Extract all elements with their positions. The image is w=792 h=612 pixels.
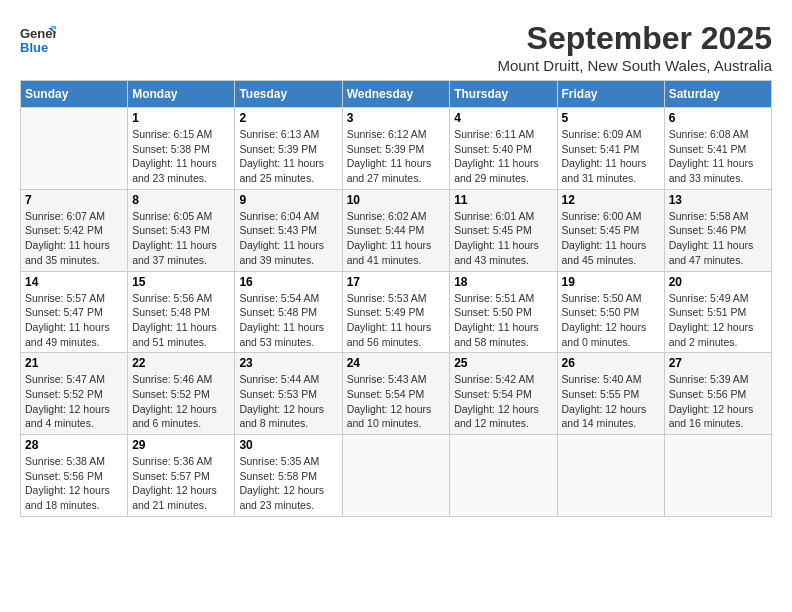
day-number: 16 xyxy=(239,275,337,289)
calendar-week-row: 21Sunrise: 5:47 AM Sunset: 5:52 PM Dayli… xyxy=(21,353,772,435)
calendar-week-row: 1Sunrise: 6:15 AM Sunset: 5:38 PM Daylig… xyxy=(21,108,772,190)
calendar-cell: 13Sunrise: 5:58 AM Sunset: 5:46 PM Dayli… xyxy=(664,189,771,271)
page-container: General Blue September 2025 Mount Druitt… xyxy=(20,20,772,517)
column-header-monday: Monday xyxy=(128,81,235,108)
calendar-cell: 21Sunrise: 5:47 AM Sunset: 5:52 PM Dayli… xyxy=(21,353,128,435)
day-number: 26 xyxy=(562,356,660,370)
calendar-cell: 2Sunrise: 6:13 AM Sunset: 5:39 PM Daylig… xyxy=(235,108,342,190)
cell-content: Sunrise: 5:51 AM Sunset: 5:50 PM Dayligh… xyxy=(454,291,552,350)
calendar-table: SundayMondayTuesdayWednesdayThursdayFrid… xyxy=(20,80,772,517)
day-number: 30 xyxy=(239,438,337,452)
calendar-cell: 14Sunrise: 5:57 AM Sunset: 5:47 PM Dayli… xyxy=(21,271,128,353)
calendar-cell: 23Sunrise: 5:44 AM Sunset: 5:53 PM Dayli… xyxy=(235,353,342,435)
logo-icon: General Blue xyxy=(20,20,56,56)
day-number: 21 xyxy=(25,356,123,370)
calendar-cell: 24Sunrise: 5:43 AM Sunset: 5:54 PM Dayli… xyxy=(342,353,450,435)
day-number: 18 xyxy=(454,275,552,289)
day-number: 23 xyxy=(239,356,337,370)
cell-content: Sunrise: 6:04 AM Sunset: 5:43 PM Dayligh… xyxy=(239,209,337,268)
cell-content: Sunrise: 5:53 AM Sunset: 5:49 PM Dayligh… xyxy=(347,291,446,350)
day-number: 27 xyxy=(669,356,767,370)
day-number: 24 xyxy=(347,356,446,370)
cell-content: Sunrise: 5:47 AM Sunset: 5:52 PM Dayligh… xyxy=(25,372,123,431)
calendar-cell: 30Sunrise: 5:35 AM Sunset: 5:58 PM Dayli… xyxy=(235,435,342,517)
column-header-tuesday: Tuesday xyxy=(235,81,342,108)
cell-content: Sunrise: 5:44 AM Sunset: 5:53 PM Dayligh… xyxy=(239,372,337,431)
day-number: 15 xyxy=(132,275,230,289)
calendar-week-row: 7Sunrise: 6:07 AM Sunset: 5:42 PM Daylig… xyxy=(21,189,772,271)
calendar-cell xyxy=(21,108,128,190)
calendar-cell xyxy=(664,435,771,517)
cell-content: Sunrise: 5:39 AM Sunset: 5:56 PM Dayligh… xyxy=(669,372,767,431)
column-header-thursday: Thursday xyxy=(450,81,557,108)
cell-content: Sunrise: 5:43 AM Sunset: 5:54 PM Dayligh… xyxy=(347,372,446,431)
calendar-cell: 25Sunrise: 5:42 AM Sunset: 5:54 PM Dayli… xyxy=(450,353,557,435)
cell-content: Sunrise: 5:36 AM Sunset: 5:57 PM Dayligh… xyxy=(132,454,230,513)
calendar-cell: 26Sunrise: 5:40 AM Sunset: 5:55 PM Dayli… xyxy=(557,353,664,435)
cell-content: Sunrise: 6:08 AM Sunset: 5:41 PM Dayligh… xyxy=(669,127,767,186)
cell-content: Sunrise: 5:58 AM Sunset: 5:46 PM Dayligh… xyxy=(669,209,767,268)
day-number: 22 xyxy=(132,356,230,370)
cell-content: Sunrise: 6:15 AM Sunset: 5:38 PM Dayligh… xyxy=(132,127,230,186)
calendar-cell: 16Sunrise: 5:54 AM Sunset: 5:48 PM Dayli… xyxy=(235,271,342,353)
cell-content: Sunrise: 6:11 AM Sunset: 5:40 PM Dayligh… xyxy=(454,127,552,186)
month-title: September 2025 xyxy=(497,20,772,57)
day-number: 17 xyxy=(347,275,446,289)
column-header-wednesday: Wednesday xyxy=(342,81,450,108)
day-number: 20 xyxy=(669,275,767,289)
top-row: General Blue September 2025 Mount Druitt… xyxy=(20,20,772,74)
calendar-cell: 3Sunrise: 6:12 AM Sunset: 5:39 PM Daylig… xyxy=(342,108,450,190)
calendar-cell: 4Sunrise: 6:11 AM Sunset: 5:40 PM Daylig… xyxy=(450,108,557,190)
calendar-week-row: 14Sunrise: 5:57 AM Sunset: 5:47 PM Dayli… xyxy=(21,271,772,353)
calendar-cell: 17Sunrise: 5:53 AM Sunset: 5:49 PM Dayli… xyxy=(342,271,450,353)
cell-content: Sunrise: 5:57 AM Sunset: 5:47 PM Dayligh… xyxy=(25,291,123,350)
calendar-cell: 15Sunrise: 5:56 AM Sunset: 5:48 PM Dayli… xyxy=(128,271,235,353)
calendar-header-row: SundayMondayTuesdayWednesdayThursdayFrid… xyxy=(21,81,772,108)
day-number: 10 xyxy=(347,193,446,207)
cell-content: Sunrise: 6:09 AM Sunset: 5:41 PM Dayligh… xyxy=(562,127,660,186)
calendar-cell: 19Sunrise: 5:50 AM Sunset: 5:50 PM Dayli… xyxy=(557,271,664,353)
cell-content: Sunrise: 6:05 AM Sunset: 5:43 PM Dayligh… xyxy=(132,209,230,268)
cell-content: Sunrise: 6:02 AM Sunset: 5:44 PM Dayligh… xyxy=(347,209,446,268)
column-header-sunday: Sunday xyxy=(21,81,128,108)
cell-content: Sunrise: 5:49 AM Sunset: 5:51 PM Dayligh… xyxy=(669,291,767,350)
svg-text:Blue: Blue xyxy=(20,40,48,55)
calendar-cell xyxy=(450,435,557,517)
cell-content: Sunrise: 5:46 AM Sunset: 5:52 PM Dayligh… xyxy=(132,372,230,431)
day-number: 3 xyxy=(347,111,446,125)
cell-content: Sunrise: 5:35 AM Sunset: 5:58 PM Dayligh… xyxy=(239,454,337,513)
calendar-cell: 28Sunrise: 5:38 AM Sunset: 5:56 PM Dayli… xyxy=(21,435,128,517)
day-number: 28 xyxy=(25,438,123,452)
calendar-week-row: 28Sunrise: 5:38 AM Sunset: 5:56 PM Dayli… xyxy=(21,435,772,517)
calendar-cell: 5Sunrise: 6:09 AM Sunset: 5:41 PM Daylig… xyxy=(557,108,664,190)
calendar-cell: 7Sunrise: 6:07 AM Sunset: 5:42 PM Daylig… xyxy=(21,189,128,271)
calendar-cell: 6Sunrise: 6:08 AM Sunset: 5:41 PM Daylig… xyxy=(664,108,771,190)
day-number: 2 xyxy=(239,111,337,125)
calendar-cell: 29Sunrise: 5:36 AM Sunset: 5:57 PM Dayli… xyxy=(128,435,235,517)
cell-content: Sunrise: 5:50 AM Sunset: 5:50 PM Dayligh… xyxy=(562,291,660,350)
day-number: 29 xyxy=(132,438,230,452)
cell-content: Sunrise: 6:12 AM Sunset: 5:39 PM Dayligh… xyxy=(347,127,446,186)
day-number: 4 xyxy=(454,111,552,125)
cell-content: Sunrise: 5:54 AM Sunset: 5:48 PM Dayligh… xyxy=(239,291,337,350)
cell-content: Sunrise: 5:56 AM Sunset: 5:48 PM Dayligh… xyxy=(132,291,230,350)
day-number: 11 xyxy=(454,193,552,207)
day-number: 13 xyxy=(669,193,767,207)
calendar-cell: 20Sunrise: 5:49 AM Sunset: 5:51 PM Dayli… xyxy=(664,271,771,353)
column-header-saturday: Saturday xyxy=(664,81,771,108)
location-title: Mount Druitt, New South Wales, Australia xyxy=(497,57,772,74)
cell-content: Sunrise: 6:00 AM Sunset: 5:45 PM Dayligh… xyxy=(562,209,660,268)
calendar-cell: 12Sunrise: 6:00 AM Sunset: 5:45 PM Dayli… xyxy=(557,189,664,271)
calendar-cell: 8Sunrise: 6:05 AM Sunset: 5:43 PM Daylig… xyxy=(128,189,235,271)
calendar-cell: 10Sunrise: 6:02 AM Sunset: 5:44 PM Dayli… xyxy=(342,189,450,271)
title-section: September 2025 Mount Druitt, New South W… xyxy=(497,20,772,74)
day-number: 7 xyxy=(25,193,123,207)
day-number: 1 xyxy=(132,111,230,125)
calendar-cell: 22Sunrise: 5:46 AM Sunset: 5:52 PM Dayli… xyxy=(128,353,235,435)
day-number: 19 xyxy=(562,275,660,289)
column-header-friday: Friday xyxy=(557,81,664,108)
day-number: 8 xyxy=(132,193,230,207)
calendar-cell: 27Sunrise: 5:39 AM Sunset: 5:56 PM Dayli… xyxy=(664,353,771,435)
day-number: 14 xyxy=(25,275,123,289)
calendar-cell: 18Sunrise: 5:51 AM Sunset: 5:50 PM Dayli… xyxy=(450,271,557,353)
